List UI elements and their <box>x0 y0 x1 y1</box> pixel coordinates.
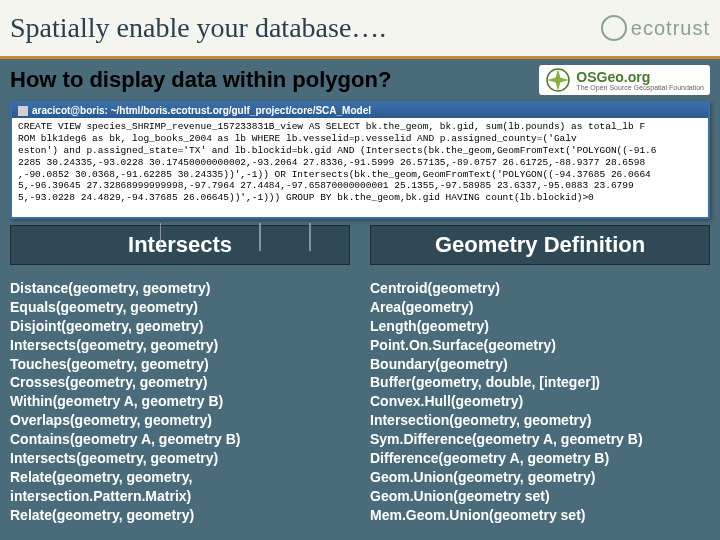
list-item: Disjoint(geometry, geometry) <box>10 317 350 336</box>
list-item: Point.On.Surface(geometry) <box>370 336 710 355</box>
list-item: Within(geometry A, geometry B) <box>10 392 350 411</box>
list-item: Crosses(geometry, geometry) <box>10 373 350 392</box>
geometry-definition-list: Centroid(geometry) Area(geometry) Length… <box>370 279 710 525</box>
geometry-definition-header: Geometry Definition <box>370 225 710 265</box>
list-item: Distance(geometry, geometry) <box>10 279 350 298</box>
list-item: Intersects(geometry, geometry) <box>10 449 350 468</box>
title-bar: Spatially enable your database…. ecotrus… <box>0 0 720 59</box>
list-item: Buffer(geometry, double, [integer]) <box>370 373 710 392</box>
list-item: Centroid(geometry) <box>370 279 710 298</box>
list-item: Length(geometry) <box>370 317 710 336</box>
sql-body: CREATE VIEW species_SHRIMP_revenue_15723… <box>12 118 708 217</box>
osgeo-compass-icon <box>545 67 571 93</box>
right-column: Geometry Definition Centroid(geometry) A… <box>370 225 710 525</box>
osgeo-logo: OSGeo.org The Open Source Geospatial Fou… <box>539 65 710 95</box>
ecotrust-circle-icon <box>601 15 627 41</box>
list-item: Relate(geometry, geometry, intersection.… <box>10 468 350 506</box>
list-item: Intersects(geometry, geometry) <box>10 336 350 355</box>
columns: Intersects Distance(geometry, geometry) … <box>0 219 720 525</box>
list-item: Equals(geometry, geometry) <box>10 298 350 317</box>
list-item: Contains(geometry A, geometry B) <box>10 430 350 449</box>
intersects-header: Intersects <box>10 225 350 265</box>
list-item: Difference(geometry A, geometry B) <box>370 449 710 468</box>
ecotrust-logo: ecotrust <box>601 15 710 41</box>
list-item: Touches(geometry, geometry) <box>10 355 350 374</box>
terminal-icon <box>18 106 28 116</box>
subtitle-row: How to display data within polygon? OSGe… <box>0 59 720 97</box>
osgeo-text: OSGeo.org <box>576 70 704 84</box>
left-column: Intersects Distance(geometry, geometry) … <box>10 225 350 525</box>
list-item: Sym.Difference(geometry A, geometry B) <box>370 430 710 449</box>
intersects-list: Distance(geometry, geometry) Equals(geom… <box>10 279 350 525</box>
list-item: Area(geometry) <box>370 298 710 317</box>
ecotrust-text: ecotrust <box>631 17 710 40</box>
list-item: Geom.Union(geometry, geometry) <box>370 468 710 487</box>
list-item: Convex.Hull(geometry) <box>370 392 710 411</box>
svg-marker-2 <box>547 77 569 83</box>
sql-window: aracicot@boris: ~/html/boris.ecotrust.or… <box>10 101 710 219</box>
list-item: Overlaps(geometry, geometry) <box>10 411 350 430</box>
osgeo-subtext: The Open Source Geospatial Foundation <box>576 84 704 91</box>
list-item: Mem.Geom.Union(geometry set) <box>370 506 710 525</box>
list-item: Relate(geometry, geometry) <box>10 506 350 525</box>
sql-window-titlebar: aracicot@boris: ~/html/boris.ecotrust.or… <box>12 103 708 118</box>
page-title: Spatially enable your database…. <box>10 12 386 44</box>
list-item: Boundary(geometry) <box>370 355 710 374</box>
list-item: Intersection(geometry, geometry) <box>370 411 710 430</box>
sql-window-title: aracicot@boris: ~/html/boris.ecotrust.or… <box>32 105 371 116</box>
subtitle: How to display data within polygon? <box>10 67 391 93</box>
list-item: Geom.Union(geometry set) <box>370 487 710 506</box>
